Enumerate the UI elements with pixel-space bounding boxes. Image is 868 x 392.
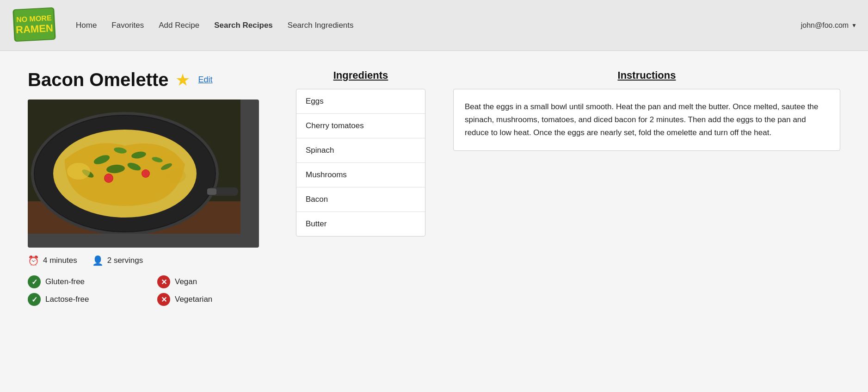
instructions-column: Instructions Beat the eggs in a small bo… — [453, 69, 840, 373]
tags-row: ✓ Gluten-free ✕ Vegan ✓ Lactose-free ✕ V… — [28, 275, 268, 306]
svg-text:RAMEN: RAMEN — [16, 22, 54, 35]
vegetarian-label: Vegetarian — [175, 295, 212, 304]
recipe-title: Bacon Omelette — [28, 69, 169, 90]
ingredient-spinach: Spinach — [296, 138, 425, 163]
meta-time: ⏰ 4 minutes — [28, 255, 77, 266]
chevron-down-icon: ▼ — [851, 22, 857, 29]
recipe-time: 4 minutes — [43, 256, 77, 265]
instructions-title: Instructions — [453, 69, 840, 81]
nav-links: Home Favorites Add Recipe Search Recipes… — [76, 21, 354, 30]
nav-search-recipes[interactable]: Search Recipes — [214, 21, 273, 30]
nav-add-recipe[interactable]: Add Recipe — [159, 21, 199, 30]
edit-link[interactable]: Edit — [198, 75, 213, 85]
recipe-title-row: Bacon Omelette ★ Edit — [28, 69, 268, 90]
svg-point-24 — [67, 163, 90, 180]
recipe-image — [28, 100, 259, 248]
svg-point-25 — [166, 168, 186, 183]
vegetarian-icon: ✕ — [157, 293, 170, 306]
recipe-meta: ⏰ 4 minutes 👤 2 servings — [28, 255, 268, 266]
clock-icon: ⏰ — [28, 255, 39, 266]
recipe-servings: 2 servings — [107, 256, 143, 265]
left-column: Bacon Omelette ★ Edit — [28, 69, 268, 373]
tag-lactose-free: ✓ Lactose-free — [28, 293, 139, 306]
vegan-label: Vegan — [175, 277, 197, 286]
navbar: NO MORE RAMEN Home Favorites Add Recipe … — [0, 0, 868, 51]
svg-point-19 — [105, 174, 113, 182]
lactose-free-label: Lactose-free — [45, 295, 89, 304]
ingredient-eggs: Eggs — [296, 89, 425, 114]
meta-servings: 👤 2 servings — [92, 255, 143, 266]
gluten-free-label: Gluten-free — [45, 277, 85, 286]
svg-point-21 — [142, 170, 149, 177]
ingredient-butter: Butter — [296, 212, 425, 236]
tag-vegetarian: ✕ Vegetarian — [157, 293, 268, 306]
user-email: john@foo.com — [801, 21, 849, 30]
person-icon: 👤 — [92, 255, 104, 266]
vegan-icon: ✕ — [157, 275, 170, 288]
main-content: Bacon Omelette ★ Edit — [0, 51, 868, 392]
lactose-free-icon: ✓ — [28, 293, 41, 306]
ingredient-mushrooms: Mushrooms — [296, 163, 425, 187]
instructions-text: Beat the eggs in a small bowl until smoo… — [465, 100, 829, 139]
logo[interactable]: NO MORE RAMEN — [11, 4, 57, 47]
tag-gluten-free: ✓ Gluten-free — [28, 275, 139, 288]
ingredients-column: Ingredients Eggs Cherry tomatoes Spinach… — [296, 69, 425, 373]
user-menu[interactable]: john@foo.com ▼ — [801, 21, 857, 30]
nav-home[interactable]: Home — [76, 21, 97, 30]
nav-search-ingredients[interactable]: Search Ingredients — [288, 21, 354, 30]
ingredients-list: Eggs Cherry tomatoes Spinach Mushrooms B… — [296, 89, 425, 236]
gluten-free-icon: ✓ — [28, 275, 41, 288]
ingredients-title: Ingredients — [296, 69, 425, 81]
nav-favorites[interactable]: Favorites — [111, 21, 144, 30]
svg-rect-10 — [207, 188, 216, 195]
ingredient-bacon: Bacon — [296, 187, 425, 212]
favorite-star-icon[interactable]: ★ — [175, 70, 190, 90]
tag-vegan: ✕ Vegan — [157, 275, 268, 288]
ingredient-cherry-tomatoes: Cherry tomatoes — [296, 114, 425, 138]
instructions-box: Beat the eggs in a small bowl until smoo… — [453, 89, 840, 151]
